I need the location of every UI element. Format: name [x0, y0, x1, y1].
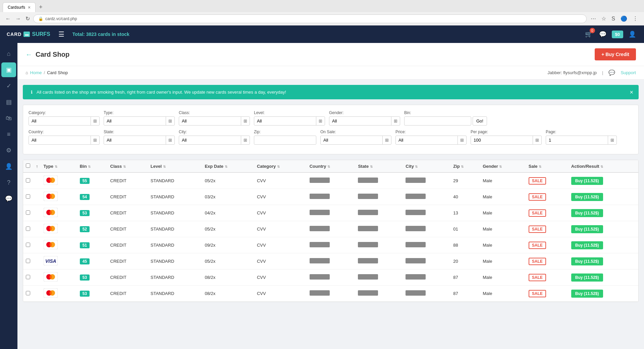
country-input[interactable] — [29, 136, 91, 144]
browser-tab-active[interactable]: Cardsurfs × — [3, 2, 36, 12]
url-bar[interactable]: 🔒 cardz.vc/card.php — [33, 14, 587, 23]
col-zip[interactable]: Zip ⇅ — [450, 160, 480, 172]
row-checkbox[interactable] — [26, 291, 30, 295]
perpage-input[interactable] — [471, 136, 533, 144]
cart-btn[interactable]: 🛒 0 — [584, 29, 594, 39]
bin-go-button[interactable]: Go! — [473, 116, 487, 126]
buy-button[interactable]: Buy (11.52$) — [571, 225, 603, 233]
row-checkbox[interactable] — [26, 210, 30, 215]
sidebar-item-list[interactable]: ≡ — [1, 127, 16, 142]
sidebar-item-help[interactable]: ? — [1, 175, 16, 190]
buy-credit-button[interactable]: + Buy Credit — [595, 48, 636, 60]
sidebar-item-chart[interactable]: ▤ — [1, 95, 16, 109]
sidebar-item-user[interactable]: 👤 — [1, 159, 16, 174]
tab-close-btn[interactable]: × — [28, 5, 31, 10]
gender-input-wrap: ⊞ — [329, 116, 400, 126]
country-dropdown-btn[interactable]: ⊞ — [91, 136, 99, 144]
gender-input[interactable] — [329, 117, 391, 125]
sidebar-item-shop[interactable]: 🛍 — [1, 111, 16, 126]
col-country[interactable]: Country ⇅ — [307, 160, 356, 172]
row-checkbox[interactable] — [26, 194, 30, 199]
col-city[interactable]: City ⇅ — [403, 160, 450, 172]
new-tab-button[interactable]: + — [36, 2, 46, 13]
state-input[interactable] — [104, 136, 166, 144]
buy-button[interactable]: Buy (11.52$) — [571, 273, 603, 282]
row-state-cell — [355, 221, 403, 237]
zip-input[interactable] — [254, 136, 316, 145]
sidebar-item-check[interactable]: ✓ — [1, 79, 16, 93]
row-checkbox[interactable] — [26, 259, 30, 263]
city-input[interactable] — [179, 136, 241, 144]
class-dropdown-btn[interactable]: ⊞ — [241, 117, 250, 125]
gender-label: Gender: — [329, 110, 400, 115]
back-button[interactable]: ← — [25, 51, 32, 58]
category-dropdown-btn[interactable]: ⊞ — [91, 117, 99, 125]
buy-button[interactable]: Buy (11.52$) — [571, 241, 603, 249]
sidebar-item-chat[interactable]: 💬 — [1, 191, 16, 206]
col-class[interactable]: Class ⇅ — [108, 160, 148, 172]
type-dropdown-btn[interactable]: ⊞ — [166, 117, 174, 125]
city-dropdown-btn[interactable]: ⊞ — [241, 136, 250, 144]
buy-button[interactable]: Buy (11.52$) — [571, 209, 603, 217]
category-input[interactable] — [29, 117, 91, 125]
nav-forward-button[interactable]: → — [14, 14, 22, 23]
col-actionresult[interactable]: Action/Result ⇅ — [569, 160, 638, 172]
select-all-checkbox[interactable] — [26, 163, 30, 168]
nav-back-button[interactable]: ← — [4, 14, 12, 23]
bin-input[interactable] — [404, 116, 471, 126]
account-btn[interactable]: S — [609, 14, 617, 23]
sync-btn[interactable]: 🔵 — [619, 14, 629, 23]
sidebar-item-home[interactable]: ⌂ — [1, 46, 16, 61]
class-input[interactable] — [179, 117, 241, 125]
row-country-cell — [307, 189, 356, 205]
menu-btn[interactable]: ⋮ — [631, 14, 640, 23]
close-banner-button[interactable]: × — [630, 89, 633, 96]
gender-dropdown-btn[interactable]: ⊞ — [391, 117, 400, 125]
col-state[interactable]: State ⇅ — [355, 160, 403, 172]
buy-button[interactable]: Buy (11.52$) — [571, 177, 603, 185]
city-blurred — [406, 194, 426, 199]
type-input[interactable] — [104, 117, 166, 125]
price-input[interactable] — [396, 136, 458, 144]
state-dropdown-btn[interactable]: ⊞ — [166, 136, 174, 144]
level-input[interactable] — [254, 117, 316, 125]
browser-chrome: Cardsurfs × + ← → ↻ 🔒 cardz.vc/card.php … — [0, 0, 644, 26]
hamburger-menu-btn[interactable]: ☰ — [57, 29, 66, 40]
page-input[interactable] — [546, 136, 608, 144]
bookmark-btn[interactable]: ☆ — [599, 14, 608, 23]
row-checkbox[interactable] — [26, 275, 30, 279]
balance-btn[interactable]: $0 — [612, 31, 623, 38]
row-type-cell — [41, 269, 77, 286]
bin-badge: 52 — [80, 226, 90, 232]
col-gender[interactable]: Gender ⇅ — [480, 160, 526, 172]
row-checkbox[interactable] — [26, 178, 30, 183]
col-level[interactable]: Level ⇅ — [148, 160, 202, 172]
perpage-dropdown-btn[interactable]: ⊞ — [533, 136, 541, 144]
col-type[interactable]: Type ⇅ — [41, 160, 77, 172]
extensions-btn[interactable]: ⋯ — [589, 14, 598, 23]
col-expdate[interactable]: Exp Date ⇅ — [202, 160, 254, 172]
buy-button[interactable]: Buy (11.52$) — [571, 290, 603, 298]
col-sale[interactable]: Sale ⇅ — [526, 160, 569, 172]
buy-button[interactable]: Buy (11.52$) — [571, 193, 603, 201]
buy-button[interactable]: Buy (11.52$) — [571, 257, 603, 265]
sidebar-item-cards[interactable]: ▣ — [1, 62, 16, 77]
price-dropdown-btn[interactable]: ⊞ — [458, 136, 466, 144]
user-avatar-btn[interactable]: 👤 — [627, 29, 637, 39]
row-type-cell — [41, 286, 77, 302]
col-sort[interactable]: ↑ — [33, 160, 41, 172]
messages-btn[interactable]: 💬 — [598, 29, 608, 39]
col-bin[interactable]: Bin ⇅ — [77, 160, 108, 172]
row-checkbox[interactable] — [26, 227, 30, 231]
breadcrumb-home-link[interactable]: Home — [30, 70, 42, 75]
onsale-dropdown-btn[interactable]: ⊞ — [382, 136, 391, 144]
sidebar-item-tools[interactable]: ⚙ — [1, 143, 16, 158]
onsale-input[interactable] — [321, 136, 382, 144]
row-checkbox[interactable] — [26, 243, 30, 247]
level-dropdown-btn[interactable]: ⊞ — [316, 117, 325, 125]
support-link[interactable]: Support — [621, 70, 636, 75]
col-category[interactable]: Category ⇅ — [254, 160, 307, 172]
page-dropdown-btn[interactable]: ⊞ — [608, 136, 616, 144]
nav-reload-button[interactable]: ↻ — [24, 14, 31, 23]
perpage-input-wrap: ⊞ — [471, 136, 542, 145]
